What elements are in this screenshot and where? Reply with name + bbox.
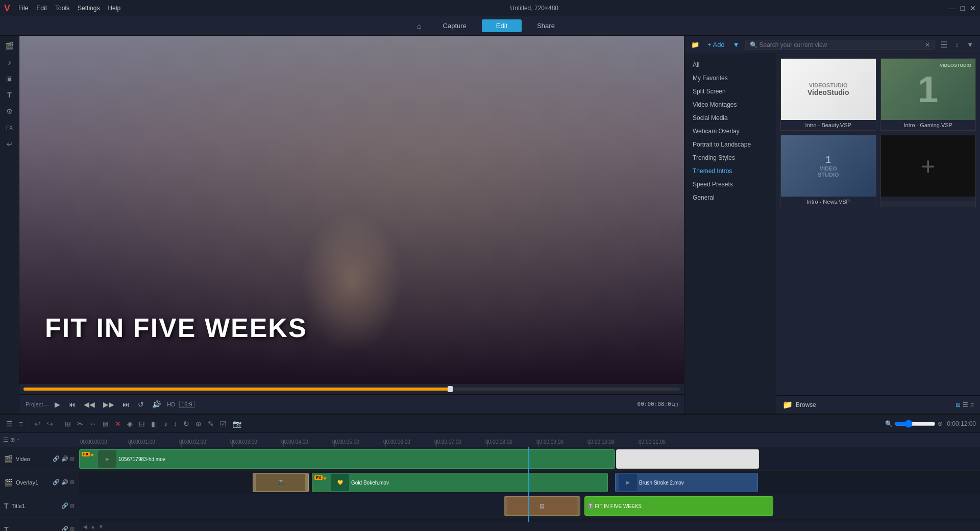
tl-markers-button[interactable]: ☑: [218, 419, 229, 429]
progress-thumb[interactable]: [448, 386, 453, 392]
add-button[interactable]: + Add: [705, 40, 727, 50]
menu-help[interactable]: Help: [108, 5, 120, 12]
tl-split-button[interactable]: ✂: [75, 419, 85, 429]
cat-split-screen[interactable]: Split Screen: [684, 85, 776, 98]
tl-redo-button[interactable]: ↪: [45, 419, 55, 429]
tl-snap-button[interactable]: ◧: [149, 419, 160, 429]
template-news[interactable]: 1 VIDEO STUDIO Intro - News.VSP: [780, 135, 876, 207]
overlay1-track-link[interactable]: 🔗: [53, 479, 60, 486]
tl-trim-button[interactable]: ⊠: [101, 419, 111, 429]
repeat-button[interactable]: ↺: [136, 399, 146, 409]
tl-title-button[interactable]: ✎: [206, 419, 216, 429]
video-track-audio[interactable]: 🔊: [61, 455, 68, 462]
track-nav-back[interactable]: ◀: [83, 524, 87, 529]
tl-clips-button[interactable]: ☰: [4, 419, 15, 429]
share-tab[interactable]: Share: [523, 19, 569, 32]
playhead[interactable]: [528, 447, 529, 522]
audio-panel-button[interactable]: ♪: [2, 55, 17, 69]
zoom-slider[interactable]: [895, 420, 936, 428]
maximize-button[interactable]: □: [961, 4, 965, 12]
track-nav-down[interactable]: ▼: [99, 524, 104, 529]
menu-file[interactable]: File: [18, 5, 28, 12]
tl-snapshot-button[interactable]: 📷: [231, 419, 243, 429]
title1-track-lock[interactable]: ⊠: [70, 502, 75, 509]
title-clip-green[interactable]: T FIT IN FIVE WEEKS: [584, 496, 773, 516]
video-clip-main[interactable]: FX ★ ▶ 1056717983-hd.mov: [79, 449, 615, 469]
title2-track-lock[interactable]: ⊠: [70, 526, 75, 531]
tl-fit-button[interactable]: ⊞: [63, 419, 73, 429]
tl-motion-button[interactable]: ↕: [172, 419, 179, 429]
next-frame-button[interactable]: ⏭: [120, 399, 132, 409]
template-beauty[interactable]: VIDEOSTUDIO VideoStudio Intro - Beauty.V…: [780, 58, 876, 131]
track-nav-up[interactable]: ▲: [90, 524, 95, 529]
tl-ripple-button[interactable]: ↔: [87, 419, 99, 429]
cat-portrait-landscape[interactable]: Portrait to Landscape: [684, 138, 776, 151]
tl-group-button[interactable]: ⊟: [137, 419, 147, 429]
filter-panel-button[interactable]: ▣: [2, 71, 17, 86]
transition-panel-button[interactable]: ⚙: [2, 104, 17, 118]
correction-panel-button[interactable]: ↩: [2, 137, 17, 151]
progress-track[interactable]: [23, 388, 680, 391]
minimize-button[interactable]: —: [948, 4, 955, 12]
zoom-in-button[interactable]: ⊕: [938, 420, 943, 427]
video-track-link[interactable]: 🔗: [53, 455, 60, 462]
tracks-add-icon[interactable]: ↑: [17, 437, 20, 443]
cat-my-favorites[interactable]: My Favorites: [684, 71, 776, 85]
step-fwd-button[interactable]: ▶▶: [101, 399, 116, 409]
template-gaming[interactable]: 1 VIDEOSTUDIO Intro - Gaming.VSP: [880, 58, 976, 131]
cat-speed-presets[interactable]: Speed Presets: [684, 178, 776, 191]
tl-record-button[interactable]: ↻: [181, 419, 191, 429]
tl-storyboard-button[interactable]: ≡: [17, 419, 25, 429]
cat-social-media[interactable]: Social Media: [684, 111, 776, 125]
tl-audio-button[interactable]: ♪: [162, 419, 169, 429]
template-add[interactable]: +: [880, 135, 976, 207]
menu-tools[interactable]: Tools: [55, 5, 69, 12]
close-button[interactable]: ✕: [970, 4, 976, 12]
overlay-clip-brush[interactable]: ▶ Brush Stroke 2.mov: [615, 473, 758, 492]
overlay-clip-tan[interactable]: 🎬: [253, 473, 309, 492]
list-view-button[interactable]: ☰: [963, 401, 968, 408]
step-back-button[interactable]: ◀◀: [82, 399, 97, 409]
edit-tab[interactable]: Edit: [482, 19, 522, 32]
view-toggle-button[interactable]: ☰: [938, 39, 950, 51]
search-input[interactable]: [760, 41, 923, 49]
tl-merge-button[interactable]: ◈: [125, 419, 135, 429]
cat-themed-intros[interactable]: Themed Intros: [684, 164, 776, 178]
overlay1-track-lock[interactable]: ⊠: [70, 479, 75, 486]
title-clip-tan[interactable]: 🖼: [504, 496, 580, 516]
effects-panel-button[interactable]: FX: [2, 120, 17, 135]
filter-icon[interactable]: ▼: [730, 40, 742, 50]
zoom-out-button[interactable]: 🔍: [885, 420, 893, 427]
cat-video-montages[interactable]: Video Montages: [684, 98, 776, 111]
title-panel-button[interactable]: T: [2, 88, 17, 102]
menu-settings[interactable]: Settings: [78, 5, 100, 12]
cat-webcam-overlay[interactable]: Webcam Overlay: [684, 125, 776, 138]
browse-button[interactable]: Browse: [796, 401, 816, 408]
overlay-clip-bokeh[interactable]: FX ★ 💛 Gold Bokeh.mov: [312, 473, 608, 492]
overlay1-track-audio[interactable]: 🔊: [61, 479, 68, 486]
search-box[interactable]: 🔍 ✕: [745, 40, 935, 50]
title2-track-link[interactable]: 🔗: [61, 526, 68, 531]
mute-button[interactable]: 🔊: [150, 399, 163, 409]
time-ruler[interactable]: 00:00:00;00 00:00:01;00 00:00:02;00 00:0…: [79, 433, 980, 447]
cat-trending-styles[interactable]: Trending Styles: [684, 151, 776, 164]
detail-view-button[interactable]: ≡: [970, 401, 974, 408]
video-track-lock[interactable]: ⊠: [70, 455, 75, 462]
tl-undo-button[interactable]: ↩: [33, 419, 43, 429]
tl-add-track-button[interactable]: ⊕: [193, 419, 204, 429]
capture-tab[interactable]: Capture: [429, 19, 481, 32]
panel-folder-icon[interactable]: 📁: [689, 40, 702, 50]
grid-view-button[interactable]: ⊞: [955, 401, 961, 408]
menu-edit[interactable]: Edit: [36, 5, 47, 12]
tl-delete-button[interactable]: ✕: [113, 419, 123, 429]
play-button[interactable]: ▶: [53, 399, 62, 409]
more-options-button[interactable]: ▼: [964, 40, 976, 50]
cat-all[interactable]: All: [684, 58, 776, 71]
search-clear-icon[interactable]: ✕: [925, 41, 930, 49]
tracks-menu-icon[interactable]: ☰: [3, 437, 8, 443]
title1-track-link[interactable]: 🔗: [61, 502, 68, 509]
cat-general[interactable]: General: [684, 191, 776, 204]
home-button[interactable]: ⌂: [411, 19, 427, 33]
video-clip-white[interactable]: [616, 449, 759, 469]
sort-button[interactable]: ↕: [953, 40, 962, 50]
